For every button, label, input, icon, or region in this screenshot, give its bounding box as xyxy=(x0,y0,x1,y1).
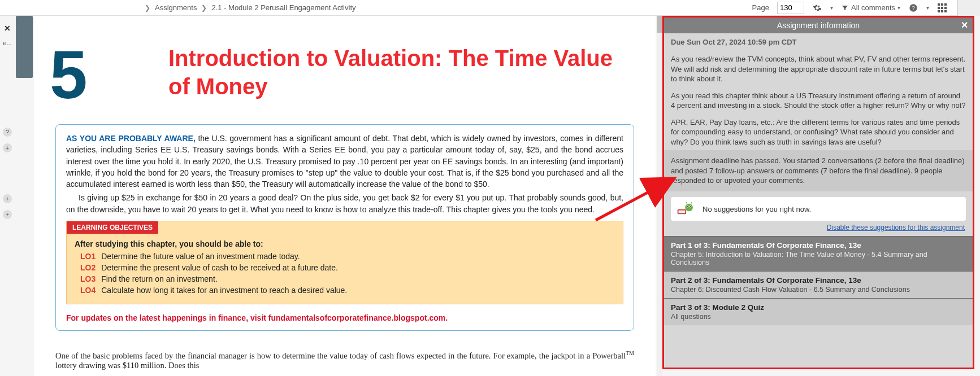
intro-para-2[interactable]: Is giving up $25 in exchange for $50 in … xyxy=(66,192,623,215)
panel-title: Assignment information xyxy=(777,21,860,30)
svg-point-4 xyxy=(685,204,693,212)
chevron-right-icon: ❯ xyxy=(201,4,207,12)
scrollbar[interactable] xyxy=(657,16,662,376)
body-a: One of the basic problems faced by the f… xyxy=(55,351,626,360)
breadcrumb-assignments[interactable]: Assignments xyxy=(155,3,197,12)
lo-item: LO2Determine the present value of cash t… xyxy=(80,263,615,272)
lo-after: After studying this chapter, you should … xyxy=(75,239,615,248)
part-title: Part 2 of 3: Fundamentals Of Corporate F… xyxy=(671,276,966,285)
help-bubble-icon[interactable]: ? xyxy=(3,128,12,137)
chevron-right-icon: ❯ xyxy=(145,4,150,12)
intro-para-1[interactable]: AS YOU ARE PROBABLY AWARE, the U.S. gove… xyxy=(66,133,623,190)
page: 5 Introduction to Valuation: The Time Va… xyxy=(34,16,656,376)
ellipsis-label: e... xyxy=(3,40,11,46)
scrollbar-thumb[interactable] xyxy=(657,16,662,33)
comments-filter[interactable]: All comments ▾ xyxy=(841,3,900,12)
disable-suggestions-link[interactable]: Disable these suggestions for this assig… xyxy=(827,224,965,231)
left-gutter: ✕ e... ? + + + xyxy=(0,16,15,376)
due-date: Due Sun Oct 27, 2024 10:59 pm CDT xyxy=(664,33,973,51)
tm-superscript: TM xyxy=(626,350,634,356)
learning-objectives-box: LEARNING OBJECTIVES After studying this … xyxy=(66,221,623,304)
disable-suggestions-row: Disable these suggestions for this assig… xyxy=(664,223,973,236)
intro-lead: AS YOU ARE PROBABLY AWARE, xyxy=(66,134,196,143)
update-link[interactable]: For updates on the latest happenings in … xyxy=(66,313,623,322)
part-desc: Chapter 6: Discounted Cash Flow Valuatio… xyxy=(671,286,966,294)
lo-text[interactable]: Determine the future value of an investm… xyxy=(101,252,300,261)
lo-item: LO4Calculate how long it takes for an in… xyxy=(80,286,615,295)
page-label: Page xyxy=(752,3,769,12)
part-title: Part 1 of 3: Fundamentals Of Corporate F… xyxy=(671,241,966,250)
svg-rect-3 xyxy=(678,211,685,213)
part-block-3[interactable]: Part 3 of 3: Module 2 Quiz All questions xyxy=(664,298,973,325)
panel-para-3: APR, EAR, Pay Day loans, etc.: Are the d… xyxy=(664,114,973,151)
lo-code: LO1 xyxy=(80,252,96,261)
svg-point-7 xyxy=(687,206,688,207)
lo-text[interactable]: Determine the present value of cash to b… xyxy=(101,263,338,272)
lo-item: LO3Find the return on an investment. xyxy=(80,274,615,283)
right-edge xyxy=(957,0,980,16)
lo-item: LO1Determine the future value of an inve… xyxy=(80,252,615,261)
add-bubble-icon-2[interactable]: + xyxy=(3,194,12,203)
breadcrumb: ❯ Assignments ❯ 2.1 - Module 2 Perusall … xyxy=(0,3,356,12)
suggestion-text: No suggestions for you right now. xyxy=(703,205,811,213)
add-bubble-icon-3[interactable]: + xyxy=(3,210,12,219)
caret-down-icon: ▾ xyxy=(897,5,900,11)
close-icon[interactable]: ✕ xyxy=(4,24,11,33)
lo-code: LO2 xyxy=(80,263,96,272)
lo-text[interactable]: Calculate how long it takes for an inves… xyxy=(101,286,347,295)
page-stack-indicator[interactable] xyxy=(16,16,33,78)
topbar-right: Page ▾ All comments ▾ ? ▾ xyxy=(752,2,957,14)
part-block-1[interactable]: Part 1 of 3: Fundamentals Of Corporate F… xyxy=(664,236,973,271)
part-desc: All questions xyxy=(671,313,966,321)
learning-objectives-header: LEARNING OBJECTIVES xyxy=(67,221,158,234)
panel-header: Assignment information ✕ xyxy=(664,18,973,33)
gear-icon[interactable] xyxy=(812,3,822,13)
body-para[interactable]: One of the basic problems faced by the f… xyxy=(55,350,634,370)
topbar: ❯ Assignments ❯ 2.1 - Module 2 Perusall … xyxy=(0,0,980,16)
chapter-number: 5 xyxy=(50,41,88,108)
close-icon[interactable]: ✕ xyxy=(961,20,968,30)
svg-text:?: ? xyxy=(912,5,914,11)
help-caret-icon[interactable]: ▾ xyxy=(926,5,929,11)
lo-code: LO3 xyxy=(80,274,96,283)
page-input[interactable] xyxy=(777,2,804,14)
help-icon[interactable]: ? xyxy=(908,3,918,13)
bookworm-icon xyxy=(677,202,696,216)
assignment-info-panel: Assignment information ✕ Due Sun Oct 27,… xyxy=(662,16,974,369)
part-title: Part 3 of 3: Module 2 Quiz xyxy=(671,303,966,312)
suggestion-row: No suggestions for you right now. xyxy=(671,197,966,221)
comments-filter-label: All comments xyxy=(851,3,895,12)
panel-body: Due Sun Oct 27, 2024 10:59 pm CDT As you… xyxy=(664,33,973,325)
part-block-2[interactable]: Part 2 of 3: Fundamentals Of Corporate F… xyxy=(664,271,973,298)
panel-para-2: As you read this chapter think about a U… xyxy=(664,88,973,114)
lo-text[interactable]: Find the return on an investment. xyxy=(101,274,217,283)
gear-caret-icon[interactable]: ▾ xyxy=(830,5,833,11)
part-desc: Chapter 5: Introduction to Valuation: Th… xyxy=(671,251,966,266)
status-box: Assignment deadline has passed. You star… xyxy=(664,150,973,191)
panel-para-1: As you read/review the TVM concepts, thi… xyxy=(664,51,973,88)
apps-icon[interactable] xyxy=(937,3,947,13)
breadcrumb-current: 2.1 - Module 2 Perusall Engagement Activ… xyxy=(211,3,355,12)
add-bubble-icon[interactable]: + xyxy=(3,143,12,152)
document-viewport[interactable]: 5 Introduction to Valuation: The Time Va… xyxy=(34,16,656,376)
lo-code: LO4 xyxy=(80,286,96,295)
intro-box: AS YOU ARE PROBABLY AWARE, the U.S. gove… xyxy=(55,124,634,331)
body-b: lottery drawing was $110 million. Does t… xyxy=(55,361,199,370)
svg-point-8 xyxy=(690,206,691,207)
chapter-title: Introduction to Valuation: The Time Valu… xyxy=(168,44,634,100)
